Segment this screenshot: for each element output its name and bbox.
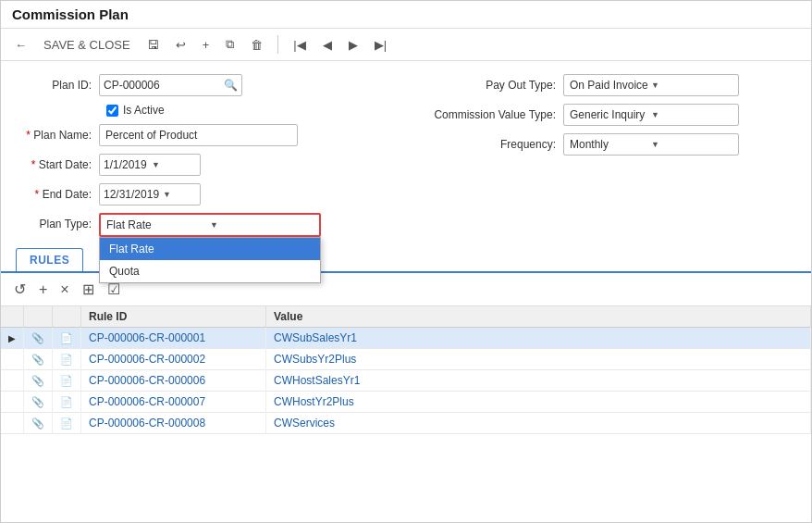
- plan-id-input[interactable]: [104, 79, 224, 92]
- dropdown-item-flat-rate[interactable]: Flat Rate: [100, 238, 320, 260]
- commission-value-type-label: Commission Value Type:: [415, 108, 563, 121]
- plan-id-field[interactable]: 🔍: [99, 74, 242, 96]
- main-toolbar: ← SAVE & CLOSE 🖫 ↩ + ⧉ 🗑 |◀ ◀ ▶ ▶: [1, 29, 811, 61]
- rules-add-icon: +: [39, 281, 47, 297]
- table-row[interactable]: 📎 📄 CP-000006-CR-000007 CWHostYr2Plus: [1, 392, 811, 413]
- rule-id-link[interactable]: CP-000006-CR-000002: [89, 353, 205, 366]
- search-icon: 🔍: [224, 79, 238, 92]
- start-date-select[interactable]: 1/1/2019 ▼: [99, 154, 201, 176]
- pay-out-type-arrow-icon: ▼: [651, 81, 732, 90]
- row-arrow-cell: [1, 392, 24, 413]
- form-right: Pay Out Type: On Paid Invoice ▼ Commissi…: [415, 74, 796, 237]
- rule-id-link[interactable]: CP-000006-CR-000006: [89, 374, 205, 387]
- rules-fit-button[interactable]: ⊞: [79, 279, 98, 300]
- first-icon: |◀: [293, 38, 305, 52]
- form-area: Plan ID: 🔍 Is Active Plan Name: Start Da…: [1, 61, 811, 244]
- back-button[interactable]: ←: [10, 35, 31, 55]
- rules-fit-icon: ⊞: [82, 281, 94, 297]
- commission-value-type-row: Commission Value Type: Generic Inquiry ▼: [415, 104, 796, 126]
- plan-name-input[interactable]: [99, 124, 298, 146]
- doc-icon: 📄: [60, 396, 73, 407]
- row-clip-cell: 📎: [24, 370, 53, 392]
- row-doc-cell: 📄: [53, 413, 81, 434]
- value-cell: CWSubsYr2Plus: [266, 349, 811, 370]
- rule-id-link[interactable]: CP-000006-CR-000001: [89, 331, 205, 344]
- end-date-value: 12/31/2019: [104, 188, 159, 201]
- pay-out-type-select[interactable]: On Paid Invoice ▼: [563, 74, 739, 96]
- next-button[interactable]: ▶: [344, 35, 363, 55]
- row-doc-cell: 📄: [53, 328, 81, 349]
- end-date-row: End Date: 12/31/2019 ▼: [16, 183, 397, 205]
- plan-name-row: Plan Name:: [16, 124, 397, 146]
- commission-value-type-select[interactable]: Generic Inquiry ▼: [563, 104, 739, 126]
- save-icon-button[interactable]: 🖫: [142, 35, 164, 55]
- value-link[interactable]: CWSubSalesYr1: [274, 331, 357, 344]
- doc-icon: 📄: [60, 354, 73, 365]
- form-left: Plan ID: 🔍 Is Active Plan Name: Start Da…: [16, 74, 397, 237]
- value-link[interactable]: CWServices: [274, 417, 335, 430]
- rules-delete-button[interactable]: ×: [56, 280, 72, 300]
- plan-type-row: Plan Type: Flat Rate ▼ Flat Rate Quota: [16, 213, 397, 237]
- save-close-button[interactable]: SAVE & CLOSE: [39, 35, 135, 55]
- delete-button[interactable]: 🗑: [246, 35, 267, 55]
- prev-button[interactable]: ◀: [318, 35, 337, 55]
- undo-button[interactable]: ↩: [171, 35, 191, 55]
- refresh-button[interactable]: ↺: [10, 279, 30, 300]
- plan-type-select[interactable]: Flat Rate ▼: [99, 213, 321, 237]
- plan-type-value: Flat Rate: [106, 218, 210, 231]
- rule-id-cell: CP-000006-CR-000001: [81, 328, 266, 349]
- delete-icon: 🗑: [251, 38, 263, 52]
- value-link[interactable]: CWSubsYr2Plus: [274, 353, 356, 366]
- table-row[interactable]: ▶ 📎 📄 CP-000006-CR-000001 CWSubSalesYr1: [1, 328, 811, 349]
- plan-type-arrow-icon: ▼: [210, 220, 314, 230]
- clip-icon: 📎: [31, 417, 44, 429]
- plan-type-label: Plan Type:: [16, 218, 99, 230]
- clip-icon: 📎: [31, 396, 44, 407]
- undo-icon: ↩: [176, 38, 186, 52]
- frequency-select[interactable]: Monthly ▼: [563, 133, 739, 156]
- last-button[interactable]: ▶|: [370, 35, 391, 55]
- rules-add-button[interactable]: +: [35, 280, 51, 300]
- commission-value-type-arrow-icon: ▼: [651, 110, 732, 119]
- rules-check-icon: ☑: [107, 281, 120, 297]
- frequency-value: Monthly: [570, 138, 651, 151]
- col-header-value: Value: [266, 306, 811, 328]
- plan-type-container: Flat Rate ▼ Flat Rate Quota: [99, 213, 321, 237]
- paste-button[interactable]: ⧉: [221, 34, 239, 55]
- row-arrow-cell: [1, 349, 24, 370]
- clip-icon: 📎: [31, 375, 44, 386]
- table-row[interactable]: 📎 📄 CP-000006-CR-000002 CWSubsYr2Plus: [1, 349, 811, 370]
- plan-id-row: Plan ID: 🔍: [16, 74, 397, 96]
- plan-type-dropdown: Flat Rate Quota: [99, 237, 321, 283]
- rule-id-link[interactable]: CP-000006-CR-000007: [89, 395, 205, 408]
- pay-out-type-value: On Paid Invoice: [570, 79, 651, 92]
- plan-id-label: Plan ID:: [16, 79, 99, 92]
- tab-rules[interactable]: RULES: [16, 248, 83, 271]
- window-title: Commission Plan: [12, 6, 129, 22]
- end-date-select[interactable]: 12/31/2019 ▼: [99, 183, 201, 205]
- value-link[interactable]: CWHostYr2Plus: [274, 395, 354, 408]
- paste-icon: ⧉: [226, 37, 234, 52]
- next-icon: ▶: [349, 38, 358, 52]
- value-link[interactable]: CWHostSalesYr1: [274, 374, 360, 387]
- first-button[interactable]: |◀: [289, 35, 310, 55]
- frequency-label: Frequency:: [415, 138, 563, 151]
- dropdown-item-quota[interactable]: Quota: [100, 260, 320, 282]
- add-button[interactable]: +: [198, 35, 215, 55]
- is-active-checkbox[interactable]: [106, 105, 118, 117]
- table-row[interactable]: 📎 📄 CP-000006-CR-000006 CWHostSalesYr1: [1, 370, 811, 392]
- row-clip-cell: 📎: [24, 349, 53, 370]
- frequency-row: Frequency: Monthly ▼: [415, 133, 796, 156]
- toolbar-separator: [277, 35, 278, 54]
- col-header-arrow: [1, 306, 24, 328]
- col-header-rule-id: Rule ID: [81, 306, 266, 328]
- rule-id-link[interactable]: CP-000006-CR-000008: [89, 417, 205, 430]
- rules-table-container: Rule ID Value ▶ 📎 📄 CP-000006-CR-000001 …: [1, 306, 811, 522]
- table-row[interactable]: 📎 📄 CP-000006-CR-000008 CWServices: [1, 413, 811, 434]
- end-date-label: End Date:: [16, 188, 99, 201]
- save-icon: 🖫: [147, 38, 159, 52]
- row-clip-cell: 📎: [24, 328, 53, 349]
- is-active-row: Is Active: [106, 104, 397, 117]
- start-date-arrow-icon: ▼: [152, 160, 196, 169]
- start-date-label: Start Date:: [16, 158, 99, 171]
